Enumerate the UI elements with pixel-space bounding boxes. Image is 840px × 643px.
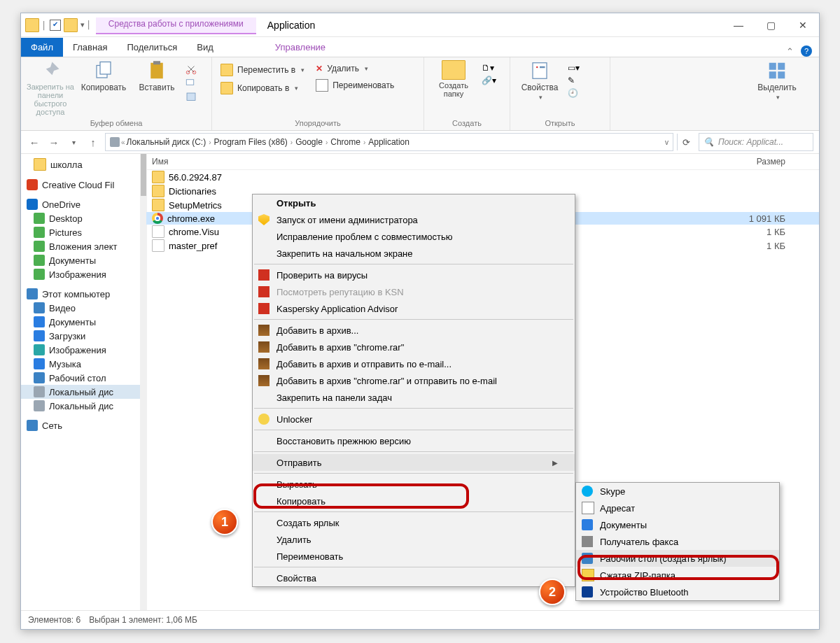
tree-item[interactable]: Документы: [21, 315, 146, 329]
tab-file[interactable]: Файл: [21, 38, 63, 57]
context-menu-item[interactable]: Добавить в архив "chrome.rar": [253, 339, 575, 355]
breadcrumb[interactable]: « Локальный диск (C:)› Program Files (x8…: [105, 133, 673, 151]
tab-share[interactable]: Поделиться: [117, 38, 187, 57]
context-menu-item[interactable]: Свойства: [253, 570, 575, 586]
context-menu-item[interactable]: Копировать: [253, 493, 575, 509]
qat-checkbox-icon[interactable]: ✔: [50, 20, 61, 31]
sendto-item[interactable]: Устройство Bluetooth: [576, 584, 779, 600]
file-row[interactable]: 56.0.2924.87: [146, 170, 819, 184]
sendto-submenu[interactable]: SkypeАдресатДокументыПолучатель факсаРаб…: [575, 482, 780, 601]
context-menu-item[interactable]: Восстановить прежнюю версию: [253, 432, 575, 449]
context-menu-item[interactable]: Вырезать: [253, 476, 575, 493]
tree-item[interactable]: Изображения: [21, 343, 146, 357]
tree-item[interactable]: Вложения элект: [21, 239, 146, 253]
col-name[interactable]: Имя: [152, 157, 701, 167]
context-menu-item[interactable]: Исправление проблем с совместимостью: [253, 228, 575, 245]
crumb[interactable]: Google: [295, 137, 323, 147]
context-menu-item[interactable]: Создать ярлык: [253, 514, 575, 531]
context-menu-item[interactable]: Unlocker: [253, 411, 575, 428]
context-menu[interactable]: ОткрытьЗапуск от имени администратораИсп…: [252, 194, 575, 587]
tree-thispc[interactable]: Этот компьютер: [21, 287, 146, 301]
tree-item[interactable]: школла: [21, 157, 146, 172]
tree-item[interactable]: Документы: [21, 253, 146, 267]
help-icon[interactable]: ?: [801, 45, 812, 57]
pin-quick-access-button[interactable]: Закрепить на панели быстрого доступа: [25, 60, 76, 116]
up-button[interactable]: ↑: [85, 134, 101, 150]
sendto-item[interactable]: Получатель факса: [576, 533, 779, 550]
crumb[interactable]: Chrome: [330, 137, 360, 147]
select-button[interactable]: Выделить▾: [752, 60, 802, 101]
sendto-item[interactable]: Рабочий стол (создать ярлык): [576, 550, 779, 567]
minimize-button[interactable]: —: [722, 14, 755, 36]
context-menu-item[interactable]: Закрепить на начальном экране: [253, 245, 575, 262]
properties-button[interactable]: Свойства▾: [514, 60, 565, 101]
open-icon[interactable]: ▭▾: [568, 63, 580, 73]
unl-icon: [258, 414, 270, 425]
easy-access-icon[interactable]: 🔗▾: [482, 76, 496, 85]
copy-path-icon[interactable]: [185, 77, 197, 90]
close-button[interactable]: ✕: [787, 14, 819, 36]
new-folder-button[interactable]: Создать папку: [428, 60, 479, 98]
paste-shortcut-icon[interactable]: [185, 91, 197, 104]
copy-button[interactable]: Копировать: [78, 60, 129, 92]
col-size[interactable]: Размер: [701, 157, 813, 167]
context-menu-item[interactable]: Добавить в архив "chrome.rar" и отправит…: [253, 372, 575, 389]
recent-button[interactable]: ▾: [66, 134, 81, 150]
tree-item[interactable]: Загрузки: [21, 329, 146, 343]
synced-folder-icon: [34, 255, 45, 266]
history-icon[interactable]: 🕘: [568, 88, 580, 98]
context-menu-item[interactable]: Добавить в архив...: [253, 322, 575, 339]
sendto-item[interactable]: Адресат: [576, 500, 779, 516]
collapse-ribbon-icon[interactable]: ⌃: [786, 46, 794, 57]
context-menu-item[interactable]: Kaspersky Application Advisor: [253, 300, 575, 317]
crumb[interactable]: Локальный диск (C:): [127, 137, 206, 147]
edit-icon[interactable]: ✎: [568, 76, 580, 85]
back-button[interactable]: ←: [27, 134, 42, 150]
sendto-item[interactable]: Skype: [576, 483, 779, 500]
tree-item[interactable]: Pictures: [21, 225, 146, 239]
context-menu-label: Добавить в архив и отправить по e-mail..…: [276, 359, 451, 369]
tree-network[interactable]: Сеть: [21, 418, 146, 432]
context-menu-item[interactable]: Закрепить на панели задач: [253, 389, 575, 406]
tab-view[interactable]: Вид: [187, 38, 223, 57]
tab-home[interactable]: Главная: [63, 38, 117, 57]
context-menu-item[interactable]: Проверить на вирусы: [253, 267, 575, 283]
tree-item[interactable]: Локальный дис: [21, 399, 146, 413]
qat-folder-icon[interactable]: [64, 18, 78, 32]
cut-icon[interactable]: [185, 63, 197, 76]
sendto-item[interactable]: Документы: [576, 516, 779, 533]
tree-item[interactable]: Музыка: [21, 357, 146, 371]
new-item-icon[interactable]: 🗋▾: [482, 63, 496, 73]
tree-item[interactable]: Creative Cloud Fil: [21, 178, 146, 192]
svg-rect-8: [533, 63, 547, 79]
context-menu-label: Добавить в архив "chrome.rar": [276, 342, 404, 353]
context-menu-item[interactable]: Открыть: [253, 195, 575, 211]
context-menu-item[interactable]: Удалить: [253, 531, 575, 548]
context-menu-item[interactable]: Посмотреть репутацию в KSN: [253, 283, 575, 300]
crumb[interactable]: Application: [368, 137, 410, 147]
tree-item[interactable]: Рабочий стол: [21, 371, 146, 385]
context-menu-item[interactable]: Переименовать: [253, 548, 575, 565]
crumb[interactable]: Program Files (x86): [214, 137, 287, 147]
tab-manage[interactable]: Управление: [265, 38, 335, 57]
forward-button[interactable]: →: [46, 134, 62, 150]
context-menu-item[interactable]: Запуск от имени администратора: [253, 211, 575, 228]
delete-button[interactable]: ✕Удалить▾: [313, 63, 397, 74]
rename-button[interactable]: Переименовать: [313, 78, 397, 92]
column-headers[interactable]: Имя Размер: [146, 154, 819, 170]
sendto-item[interactable]: Сжатая ZIP-папка: [576, 567, 779, 584]
maximize-button[interactable]: ▢: [755, 14, 787, 36]
tree-onedrive[interactable]: OneDrive: [21, 197, 146, 211]
copy-to-button[interactable]: Копировать в▾: [218, 81, 307, 95]
search-input[interactable]: 🔍 Поиск: Applicat...: [699, 133, 813, 151]
context-menu-item[interactable]: Добавить в архив и отправить по e-mail..…: [253, 355, 575, 372]
move-to-button[interactable]: Переместить в▾: [218, 63, 307, 77]
tree-item[interactable]: Локальный дис: [21, 385, 146, 399]
paste-button[interactable]: Вставить: [132, 60, 182, 92]
tree-item[interactable]: Изображения: [21, 267, 146, 281]
tree-item[interactable]: Desktop: [21, 211, 146, 225]
nav-tree[interactable]: школла Creative Cloud Fil OneDrive Deskt…: [21, 154, 146, 610]
context-menu-item[interactable]: Отправить▶: [253, 454, 575, 471]
refresh-button[interactable]: ⟳: [677, 134, 694, 150]
tree-item[interactable]: Видео: [21, 301, 146, 315]
